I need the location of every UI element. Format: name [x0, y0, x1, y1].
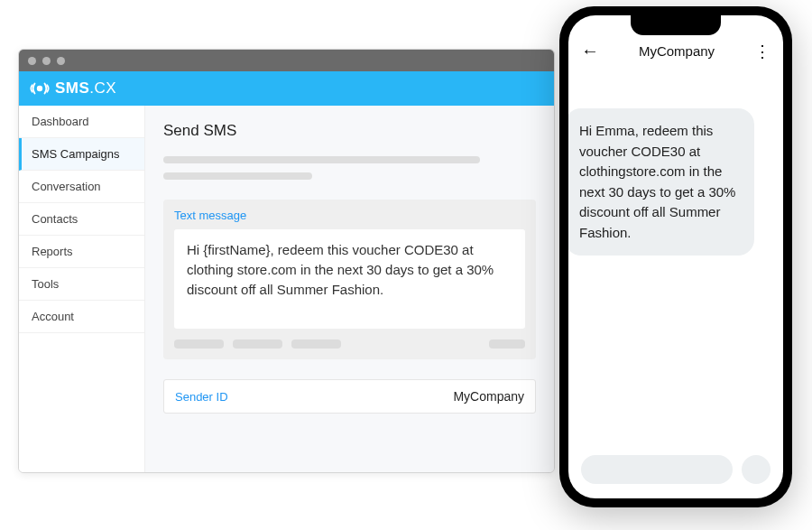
sender-id-value: MyCompany	[453, 389, 524, 404]
message-list: Hi Emma, redeem this voucher CODE30 at c…	[568, 72, 783, 446]
window-titlebar	[19, 50, 554, 71]
phone-screen: ← MyCompany ⋮ Hi Emma, redeem this vouch…	[568, 15, 783, 498]
placeholder-pill	[489, 339, 525, 349]
sidebar: Dashboard SMS Campaigns Conversation Con…	[19, 106, 145, 472]
brand-logo[interactable]: SMS.CX	[30, 79, 116, 98]
sender-id-row[interactable]: Sender ID MyCompany	[163, 379, 536, 414]
sidebar-item-account[interactable]: Account	[19, 301, 144, 333]
window-dot-icon	[57, 57, 65, 65]
text-message-card: Text message Hi {firstName}, redeem this…	[163, 200, 536, 359]
sender-id-label: Sender ID	[175, 390, 228, 404]
sidebar-item-dashboard[interactable]: Dashboard	[19, 106, 144, 138]
brand-name: SMS.CX	[55, 79, 116, 98]
sidebar-item-sms-campaigns[interactable]: SMS Campaigns	[19, 138, 144, 171]
card-footer-placeholders	[174, 339, 525, 349]
text-message-label: Text message	[174, 209, 525, 222]
message-input[interactable]: Hi {firstName}, redeem this voucher CODE…	[174, 229, 525, 329]
page-title: Send SMS	[163, 122, 536, 140]
dashboard-window: SMS.CX Dashboard SMS Campaigns Conversat…	[18, 49, 555, 473]
placeholder-pill	[233, 339, 282, 349]
app-header: SMS.CX	[19, 71, 554, 106]
contact-name: MyCompany	[639, 43, 715, 59]
placeholder-pill	[291, 339, 341, 349]
main-panel: Send SMS Text message Hi {firstName}, re…	[145, 106, 554, 472]
placeholder-line	[163, 172, 312, 180]
svg-point-0	[37, 86, 42, 91]
send-button[interactable]	[742, 455, 770, 484]
sidebar-item-conversation[interactable]: Conversation	[19, 171, 144, 203]
back-arrow-icon[interactable]: ←	[581, 41, 599, 61]
window-dot-icon	[42, 57, 51, 65]
placeholder-pill	[174, 339, 224, 349]
message-input-pill[interactable]	[581, 455, 733, 484]
phone-mockup: ← MyCompany ⋮ Hi Emma, redeem this vouch…	[559, 6, 792, 507]
placeholder-line	[163, 156, 480, 163]
more-vertical-icon[interactable]: ⋮	[754, 42, 770, 61]
sidebar-item-tools[interactable]: Tools	[19, 268, 144, 301]
sidebar-item-contacts[interactable]: Contacts	[19, 203, 144, 236]
phone-notch	[631, 15, 721, 35]
phone-input-bar	[568, 446, 783, 498]
window-dot-icon	[28, 57, 36, 65]
signal-icon	[30, 79, 50, 98]
sidebar-item-reports[interactable]: Reports	[19, 236, 144, 268]
received-message-bubble: Hi Emma, redeem this voucher CODE30 at c…	[568, 108, 754, 256]
